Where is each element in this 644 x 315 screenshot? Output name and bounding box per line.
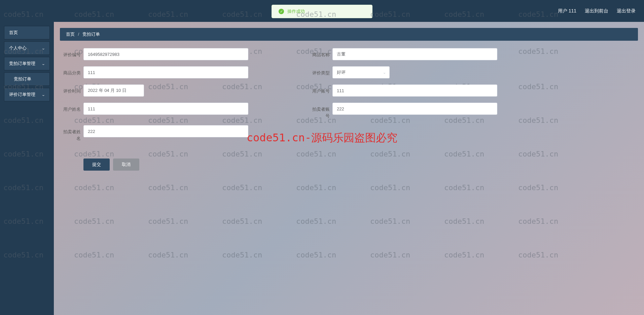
- label-seller-account: 拍卖者账号: [309, 103, 330, 119]
- input-user-account[interactable]: [332, 84, 497, 97]
- sidebar-item-review-order-mgmt[interactable]: 评价订单管理 ⌄: [4, 88, 50, 101]
- chevron-down-icon: ⌄: [41, 46, 45, 50]
- toast-text: 操作成功: [287, 8, 305, 14]
- label-review-time: 评价时间: [60, 84, 81, 95]
- label-review-type: 评价类型: [309, 66, 330, 76]
- breadcrumb: 首页 / 竞拍订单: [60, 28, 638, 41]
- input-review-time[interactable]: [83, 84, 144, 97]
- sidebar-item-label: 首页: [9, 30, 18, 36]
- input-seller-account[interactable]: [332, 103, 497, 115]
- main-container: 首页 个人中心 ⌄ 竞拍订单管理 ⌄ 竞拍订单 评价订单管理 ⌄ 首页 / 竞拍…: [0, 22, 644, 315]
- select-review-type[interactable]: 好评 ⌄: [332, 66, 390, 78]
- sidebar-item-personal-center[interactable]: 个人中心 ⌄: [4, 41, 50, 55]
- cancel-button[interactable]: 取消: [113, 159, 139, 171]
- select-value: 好评: [337, 69, 346, 75]
- input-user-name[interactable]: [83, 103, 248, 115]
- sidebar-item-auction-order-mgmt[interactable]: 竞拍订单管理 ⌄: [4, 57, 50, 70]
- sidebar-item-auction-order[interactable]: 竞拍订单: [4, 72, 50, 86]
- input-product-name[interactable]: [332, 48, 497, 60]
- chevron-down-icon: ⌄: [41, 93, 45, 97]
- form-area: 评价编号 商品名称 商品分类 评价类型: [60, 41, 638, 171]
- label-product-name: 商品名称: [309, 48, 330, 58]
- label-product-category: 商品分类: [60, 66, 81, 76]
- content-area: 首页 / 竞拍订单 评价编号 商品名称 商品分: [54, 22, 644, 315]
- back-to-front-link[interactable]: 退出到前台: [585, 8, 608, 14]
- input-review-no[interactable]: [83, 48, 248, 60]
- sidebar-item-label: 竞拍订单: [14, 76, 31, 82]
- breadcrumb-separator: /: [78, 32, 79, 37]
- input-product-category[interactable]: [83, 66, 248, 78]
- label-user-name: 用户姓名: [60, 103, 81, 113]
- sidebar: 首页 个人中心 ⌄ 竞拍订单管理 ⌄ 竞拍订单 评价订单管理 ⌄: [0, 22, 54, 315]
- sidebar-item-label: 评价订单管理: [9, 92, 35, 98]
- breadcrumb-current: 竞拍订单: [82, 32, 100, 37]
- label-seller-name: 拍卖者姓名: [60, 125, 81, 142]
- sidebar-item-label: 个人中心: [9, 45, 27, 51]
- user-label[interactable]: 用户 111: [558, 8, 576, 14]
- breadcrumb-home[interactable]: 首页: [66, 32, 75, 37]
- input-seller-name[interactable]: [83, 125, 248, 137]
- logout-link[interactable]: 退出登录: [617, 8, 636, 14]
- chevron-down-icon: ⌄: [41, 62, 45, 66]
- sidebar-item-home[interactable]: 首页: [4, 26, 50, 39]
- sidebar-item-label: 竞拍订单管理: [9, 61, 35, 67]
- success-check-icon: ✓: [279, 9, 284, 14]
- submit-button[interactable]: 提交: [83, 159, 110, 171]
- chevron-down-icon: ⌄: [383, 70, 386, 75]
- success-toast: ✓ 操作成功: [272, 5, 372, 18]
- label-review-no: 评价编号: [60, 48, 81, 58]
- label-user-account: 用户账号: [309, 84, 330, 95]
